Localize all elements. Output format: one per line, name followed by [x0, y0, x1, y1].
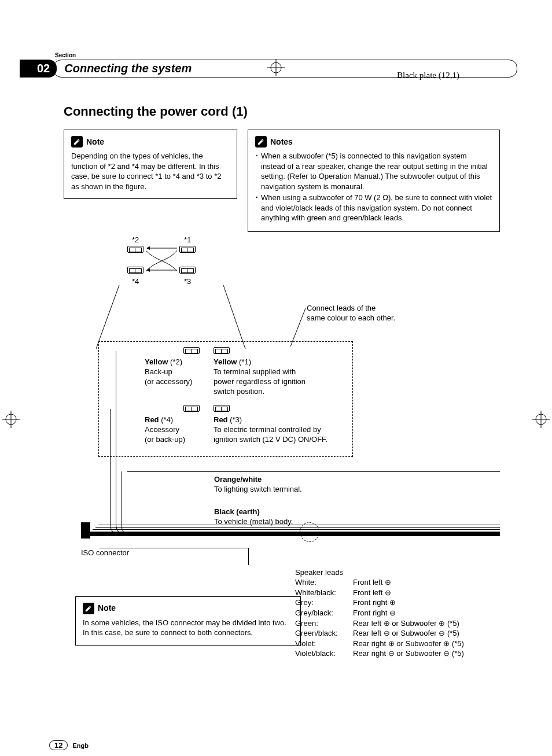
- wire-ref: (*3): [228, 415, 242, 424]
- table-row: White/black:Front left ⊖: [295, 588, 464, 598]
- note-box-top-left: Note Depending on the types of vehicles,…: [64, 130, 237, 199]
- wire-color: Yellow: [214, 357, 237, 366]
- wire-desc: Accessory: [145, 425, 200, 435]
- svg-line-15: [223, 285, 245, 349]
- crop-mark-left: [2, 411, 20, 430]
- lead-note: Connect leads of the same colour to each…: [307, 304, 395, 323]
- table-row: Grey:Front right ⊕: [295, 598, 464, 608]
- language-code: Engb: [72, 742, 89, 749]
- mini-figure: *2 *1 *4 *3: [119, 235, 218, 287]
- table-row: Violet:Rear right ⊕ or Subwoofer ⊕ (*5): [295, 639, 464, 649]
- connector-icon: [183, 347, 200, 354]
- wire-desc: switch position.: [214, 387, 329, 397]
- mini-label: *4: [132, 277, 139, 286]
- note-text: In some vehicles, the ISO connector may …: [83, 618, 293, 638]
- connector-icon: [214, 405, 230, 412]
- mini-label: *2: [132, 235, 139, 244]
- note-heading: Note: [86, 137, 104, 147]
- note-heading: Note: [98, 603, 116, 614]
- connector-icon: [127, 246, 143, 253]
- wire-color: Black (earth): [214, 507, 260, 516]
- iso-connector-block: [81, 522, 90, 539]
- wire-line: [98, 525, 500, 525]
- wire-pair-red: Red (*4) Accessory (or back-up) Red (*3)…: [145, 405, 329, 445]
- wire-desc: Back-up: [145, 367, 200, 377]
- connector-icon: [179, 246, 196, 253]
- note-box-top-right: Notes When a subwoofer (*5) is connected…: [248, 130, 500, 232]
- note-bullet: When using a subwoofer of 70 W (2 Ω), be…: [255, 193, 492, 223]
- wire-color: Red: [214, 415, 228, 424]
- wire-desc: (or back-up): [145, 435, 200, 445]
- table-row: Green/black:Rear left ⊖ or Subwoofer ⊖ (…: [295, 628, 464, 639]
- svg-line-14: [96, 285, 119, 349]
- wire-color: Red: [145, 415, 159, 424]
- section-label: Section: [55, 52, 517, 58]
- wire-desc: To lighting switch terminal.: [214, 485, 302, 495]
- iso-connector-label: ISO connector: [81, 548, 129, 557]
- spk-color: Grey/black:: [295, 608, 353, 618]
- wire-desc: To vehicle (metal) body.: [214, 517, 293, 527]
- wire-orange-white: Orange/white To lighting switch terminal…: [214, 475, 302, 495]
- cross-arrows-icon: [143, 245, 179, 277]
- page-number: 12: [49, 740, 68, 750]
- spk-val: Rear left ⊕ or Subwoofer ⊕ (*5): [353, 618, 459, 629]
- wire-ref: (*1): [237, 357, 251, 366]
- table-row: Violet/black:Rear right ⊖ or Subwoofer ⊖…: [295, 648, 464, 659]
- spk-val: Front left ⊖: [353, 588, 391, 598]
- curve-line: [231, 548, 249, 565]
- title-bar: 02 Connecting the system: [35, 60, 517, 78]
- page-footer: 12 Engb: [49, 740, 89, 750]
- connector-icon: [214, 347, 230, 354]
- section-title: Connecting the system: [53, 60, 517, 78]
- wire-color: Orange/white: [214, 475, 262, 484]
- wire-pair-yellow: Yellow (*2) Back-up (or accessory) Yello…: [145, 347, 329, 397]
- note-box-lower: Note In some vehicles, the ISO connector…: [75, 596, 301, 646]
- wire-line: [93, 529, 500, 530]
- note-text: Depending on the types of vehicles, the …: [71, 151, 230, 191]
- spk-val: Rear left ⊖ or Subwoofer ⊖ (*5): [353, 628, 459, 639]
- spk-color: Green/black:: [295, 628, 353, 639]
- wire-desc: ignition switch (12 V DC) ON/OFF.: [214, 435, 329, 445]
- section-number-badge: 02: [20, 60, 57, 78]
- earth-line: [90, 532, 500, 536]
- connector-icon: [127, 267, 143, 274]
- wire-line: [127, 471, 500, 472]
- spk-val: Rear right ⊖ or Subwoofer ⊖ (*5): [353, 648, 464, 659]
- page-title: Connecting the power cord (1): [64, 104, 517, 119]
- mini-label: *3: [184, 277, 191, 286]
- spk-val: Rear right ⊕ or Subwoofer ⊕ (*5): [353, 639, 464, 649]
- spk-color: Green:: [295, 618, 353, 629]
- spk-color: Grey:: [295, 598, 353, 608]
- spk-color: White:: [295, 577, 353, 588]
- wire-ref: (*2): [168, 357, 182, 366]
- notes-heading: Notes: [270, 137, 293, 147]
- pencil-icon: [255, 136, 267, 147]
- lead-note-line: Connect leads of the: [307, 304, 395, 314]
- pencil-icon: [71, 136, 83, 147]
- wire-desc: power regardless of ignition: [214, 377, 329, 387]
- connector-icon: [179, 267, 196, 274]
- crop-mark-right: [532, 411, 550, 430]
- curve-line: [110, 409, 145, 536]
- speaker-leads-table: Speaker leads White:Front left ⊕ White/b…: [295, 567, 464, 659]
- spk-color: White/black:: [295, 588, 353, 598]
- spk-val: Front right ⊖: [353, 608, 396, 618]
- pencil-icon: [83, 603, 94, 614]
- spk-color: Violet/black:: [295, 648, 353, 659]
- table-row: Grey/black:Front right ⊖: [295, 608, 464, 618]
- connector-icon: [183, 405, 200, 412]
- spk-val: Front right ⊕: [353, 598, 396, 608]
- wire-black-earth: Black (earth) To vehicle (metal) body.: [214, 507, 293, 527]
- wire-color: Yellow: [145, 357, 168, 366]
- spk-color: Violet:: [295, 639, 353, 649]
- wire-desc: To electric terminal controlled by: [214, 425, 329, 435]
- table-row: Green:Rear left ⊕ or Subwoofer ⊕ (*5): [295, 618, 464, 629]
- wire-line: [95, 527, 500, 528]
- wire-ref: (*4): [159, 415, 174, 424]
- speaker-leads-heading: Speaker leads: [295, 567, 464, 578]
- wiring-diagram: *2 *1 *4 *3: [64, 228, 500, 616]
- note-bullet: When a subwoofer (*5) is connected to th…: [255, 151, 492, 191]
- spk-val: Front left ⊕: [353, 577, 391, 588]
- dashed-circle-icon: [300, 522, 319, 542]
- mini-label: *1: [184, 235, 191, 244]
